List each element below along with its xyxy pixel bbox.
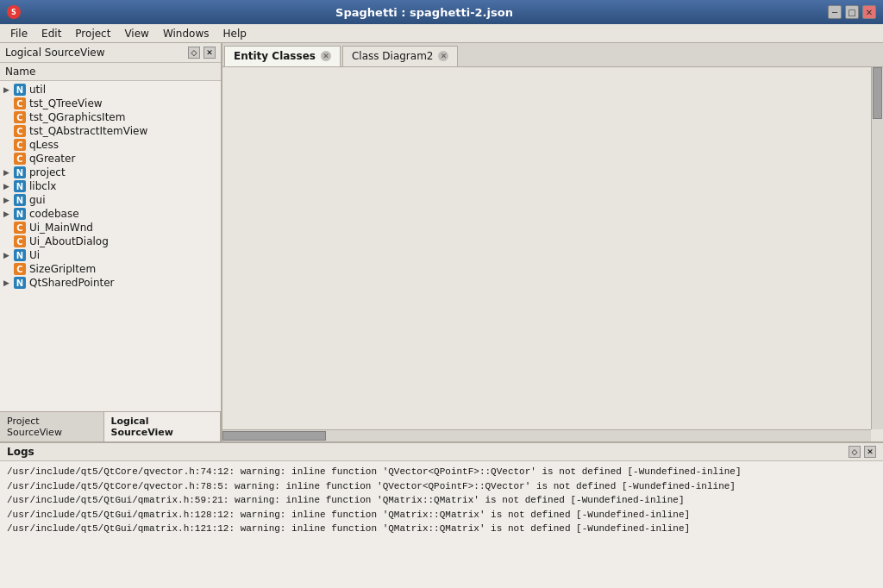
tree-label: codebase	[29, 208, 79, 220]
tree-label: tst_QTreeView	[29, 97, 103, 109]
menu-item-file[interactable]: File	[3, 26, 34, 41]
tree-badge-n: N	[14, 208, 26, 220]
tree-item[interactable]: Ctst_QAbstractItemView	[0, 124, 221, 138]
menu-item-edit[interactable]: Edit	[34, 26, 68, 41]
tree-badge-n: N	[14, 277, 26, 289]
tab-entity-classes[interactable]: Entity Classes✕	[224, 46, 341, 66]
tree-item[interactable]: ▶NUi	[0, 248, 221, 262]
logs-title: Logs	[7, 446, 34, 458]
titlebar-controls: ─ □ ✕	[828, 5, 876, 19]
tree-badge-n: N	[14, 180, 26, 192]
tree-item[interactable]: Ctst_QGraphicsItem	[0, 110, 221, 124]
tab-class-diagram2[interactable]: Class Diagram2✕	[342, 46, 459, 66]
close-button[interactable]: ✕	[862, 5, 876, 19]
tree-label: project	[29, 166, 66, 178]
sidebar-tab-project[interactable]: Project SourceView	[0, 412, 104, 441]
tree-label: SizeGripItem	[29, 263, 96, 275]
sidebar-title: Logical SourceView	[5, 47, 105, 59]
maximize-button[interactable]: □	[845, 5, 859, 19]
log-entry: /usr/include/qt5/QtGui/qmatrix.h:128:12:…	[7, 508, 876, 522]
log-entry: /usr/include/qt5/QtGui/qmatrix.h:121:12:…	[7, 522, 876, 536]
tree-badge-c: C	[14, 153, 26, 165]
log-entry: /usr/include/qt5/QtGui/qmatrix.h:59:21: …	[7, 493, 876, 508]
tree-arrow-icon: ▶	[3, 168, 14, 177]
tree-badge-c: C	[14, 139, 26, 151]
sidebar-tree[interactable]: ▶NutilCtst_QTreeViewCtst_QGraphicsItemCt…	[0, 81, 221, 411]
tree-label: libclx	[29, 180, 56, 192]
tree-item[interactable]: ▶Ngui	[0, 193, 221, 207]
tab-label: Entity Classes	[234, 50, 316, 62]
diagram-canvas-wrapper[interactable]: QGraphicsItemGroupaddToGroup() : voidrem…	[222, 67, 883, 441]
tree-arrow-icon: ▶	[3, 85, 14, 94]
tree-badge-c: C	[14, 125, 26, 137]
tree-item[interactable]: ▶NQtSharedPointer	[0, 276, 221, 290]
menu-item-view[interactable]: View	[117, 26, 155, 41]
tree-item[interactable]: CUi_MainWnd	[0, 221, 221, 235]
log-entry: /usr/include/qt5/QtCore/qvector.h:78:5: …	[7, 479, 876, 494]
lower-section: Logs ◇ ✕ /usr/include/qt5/QtCore/qvector…	[0, 441, 883, 588]
minimize-button[interactable]: ─	[828, 5, 842, 19]
logs-close-button[interactable]: ✕	[864, 446, 876, 458]
logs-header: Logs ◇ ✕	[0, 443, 883, 461]
tree-item[interactable]: ▶Nutil	[0, 83, 221, 97]
tree-badge-n: N	[14, 194, 26, 206]
tree-arrow-icon: ▶	[3, 196, 14, 204]
sidebar-tab-logical[interactable]: Logical SourceView	[104, 412, 221, 441]
tree-item[interactable]: CSizeGripItem	[0, 262, 221, 276]
tree-badge-c: C	[14, 222, 26, 234]
scroll-thumb-vertical[interactable]	[873, 67, 882, 119]
titlebar: S Spaghetti : spaghetti-2.json ─ □ ✕	[0, 0, 883, 24]
menu-item-windows[interactable]: Windows	[156, 26, 216, 41]
upper-section: Logical SourceView ◇ ✕ Name ▶NutilCtst_Q…	[0, 43, 883, 441]
tree-item[interactable]: Ctst_QTreeView	[0, 97, 221, 110]
tab-close-button[interactable]: ✕	[438, 51, 448, 61]
logs-controls: ◇ ✕	[849, 446, 876, 458]
tree-badge-c: C	[14, 235, 26, 247]
tree-badge-n: N	[14, 84, 26, 96]
sidebar: Logical SourceView ◇ ✕ Name ▶NutilCtst_Q…	[0, 43, 222, 441]
titlebar-left: S	[7, 5, 21, 19]
tree-item[interactable]: ▶Nproject	[0, 166, 221, 179]
menu-item-project[interactable]: Project	[68, 26, 117, 41]
tabs-bar: Entity Classes✕Class Diagram2✕	[222, 43, 883, 67]
tree-item[interactable]: CqLess	[0, 138, 221, 152]
tree-arrow-icon: ▶	[3, 182, 14, 191]
tab-close-button[interactable]: ✕	[321, 51, 331, 61]
log-entry: /usr/include/qt5/QtCore/qvector.h:74:12:…	[7, 465, 876, 479]
tree-label: Ui	[29, 249, 40, 261]
tree-badge-c: C	[14, 97, 26, 109]
tree-badge-c: C	[14, 111, 26, 123]
tree-label: tst_QGraphicsItem	[29, 111, 125, 123]
right-panel: Entity Classes✕Class Diagram2✕	[222, 43, 883, 441]
menu-item-help[interactable]: Help	[216, 26, 253, 41]
sidebar-controls: ◇ ✕	[188, 47, 216, 59]
logs-content[interactable]: /usr/include/qt5/QtCore/qvector.h:74:12:…	[0, 461, 883, 588]
app-icon: S	[7, 5, 21, 19]
tree-badge-n: N	[14, 249, 26, 261]
tree-badge-c: C	[14, 263, 26, 275]
titlebar-title: Spaghetti : spaghetti-2.json	[21, 6, 828, 19]
tree-item[interactable]: CqGreater	[0, 152, 221, 166]
tree-label: tst_QAbstractItemView	[29, 125, 147, 137]
tree-label: Ui_MainWnd	[29, 222, 93, 234]
sidebar-header: Logical SourceView ◇ ✕	[0, 43, 221, 63]
tree-label: qLess	[29, 139, 59, 151]
scroll-thumb-horizontal[interactable]	[222, 431, 326, 441]
tree-arrow-icon: ▶	[3, 210, 14, 218]
menubar: FileEditProjectViewWindowsHelp	[0, 24, 883, 43]
tree-item[interactable]: CUi_AboutDialog	[0, 235, 221, 248]
sidebar-name-header: Name	[0, 63, 221, 81]
tree-label: Ui_AboutDialog	[29, 235, 109, 247]
diagram-scrollbar-h[interactable]	[222, 429, 871, 441]
tree-item[interactable]: ▶Nlibclx	[0, 179, 221, 193]
logs-pin-button[interactable]: ◇	[849, 446, 861, 458]
diagram-scrollbar-v[interactable]	[871, 67, 883, 429]
main-layout: Logical SourceView ◇ ✕ Name ▶NutilCtst_Q…	[0, 43, 883, 588]
sidebar-close-button[interactable]: ✕	[204, 47, 216, 59]
tree-badge-n: N	[14, 166, 26, 178]
tree-label: util	[29, 84, 46, 96]
sidebar-pin-button[interactable]: ◇	[188, 47, 200, 59]
tree-label: gui	[29, 194, 46, 206]
tree-item[interactable]: ▶Ncodebase	[0, 207, 221, 221]
sidebar-tabs: Project SourceView Logical SourceView	[0, 411, 221, 441]
